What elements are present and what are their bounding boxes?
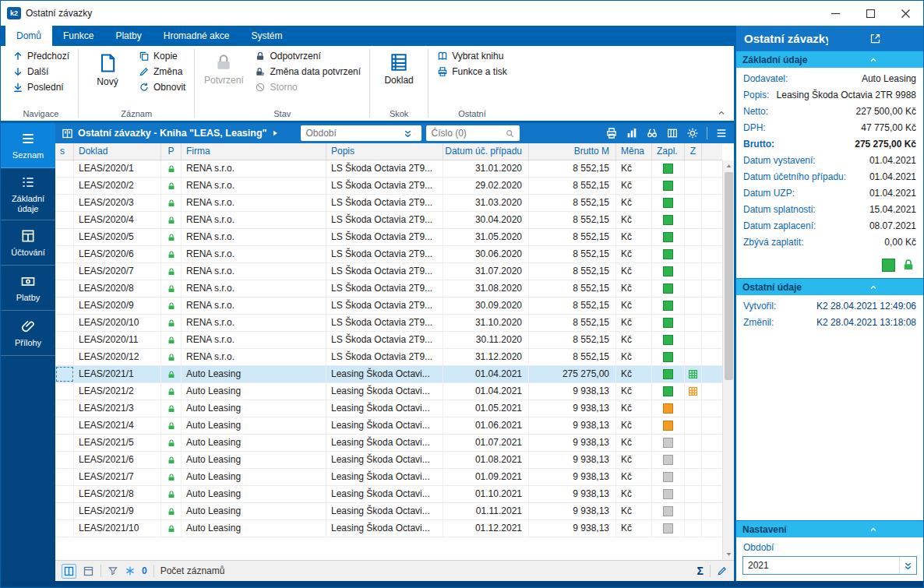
panel-icon[interactable]	[83, 565, 94, 577]
last-button[interactable]: Poslední	[9, 80, 73, 94]
table-row[interactable]: LEAS/2021/5Auto LeasingLeasing Škoda Oct…	[55, 435, 722, 452]
table-row[interactable]: LEAS/2021/1Auto LeasingLeasing Škoda Oct…	[55, 366, 722, 383]
row-selector-cell[interactable]	[55, 280, 74, 297]
snowflake-icon[interactable]	[125, 565, 136, 576]
table-row[interactable]: LEAS/2020/1RENA s.r.o.LS Škoda Octavia 2…	[55, 160, 722, 178]
maximize-button[interactable]	[853, 1, 888, 26]
row-selector-cell[interactable]	[55, 195, 74, 211]
close-button[interactable]	[888, 1, 923, 26]
row-selector-cell[interactable]	[55, 417, 74, 434]
scrollbar-thumb[interactable]	[725, 172, 733, 380]
column-header-3[interactable]: Firma	[182, 143, 326, 160]
section-header-ostatni[interactable]: Ostatní údaje	[736, 278, 923, 295]
row-selector-cell[interactable]	[55, 315, 74, 331]
table-row[interactable]: LEAS/2021/8Auto LeasingLeasing Škoda Oct…	[55, 486, 722, 503]
table-row[interactable]: LEAS/2020/5RENA s.r.o.LS Škoda Octavia 2…	[55, 229, 722, 246]
row-selector-cell[interactable]	[55, 469, 74, 485]
row-selector-cell[interactable]	[55, 486, 74, 502]
refresh-button[interactable]: Obnovit	[135, 80, 189, 94]
table-row[interactable]: LEAS/2020/6RENA s.r.o.LS Škoda Octavia 2…	[55, 246, 722, 263]
expand-icon[interactable]	[833, 33, 917, 44]
row-selector-cell[interactable]	[55, 263, 74, 280]
pencil-icon[interactable]	[717, 565, 728, 576]
ribbon-tab-platby[interactable]: Platby	[104, 26, 152, 46]
table-row[interactable]: LEAS/2020/8RENA s.r.o.LS Škoda Octavia 2…	[55, 280, 722, 298]
column-header-5[interactable]: Datum úč. případu	[443, 143, 529, 160]
column-header-0[interactable]: s	[55, 143, 74, 160]
period-search-input[interactable]	[305, 127, 403, 139]
row-selector-cell[interactable]	[55, 178, 74, 194]
sidebar-item-zakladni-udaje[interactable]: Základní údaje	[1, 168, 55, 220]
table-row[interactable]: LEAS/2021/10Auto LeasingLeasing Škoda Oc…	[55, 520, 722, 537]
unconfirm-button[interactable]: Odpotvrzení	[251, 49, 365, 63]
row-selector-cell[interactable]	[55, 298, 74, 314]
ribbon-tab-hromadné-akce[interactable]: Hromadné akce	[153, 26, 241, 46]
column-header-6[interactable]: Brutto M	[529, 143, 616, 160]
row-selector-cell[interactable]	[55, 383, 74, 400]
edit-button[interactable]: Změna	[135, 65, 189, 79]
number-search-input[interactable]	[431, 127, 505, 139]
scroll-up-icon[interactable]	[723, 160, 734, 172]
binoculars-icon[interactable]	[646, 127, 658, 139]
dropdown-chevrons-icon[interactable]	[899, 557, 916, 574]
sidebar-item-prilohy[interactable]: Přílohy	[1, 311, 55, 356]
select-book-button[interactable]: Vybrat knihu	[433, 49, 511, 63]
change-confirm-date-button[interactable]: Změna data potvrzení	[251, 65, 365, 79]
table-row[interactable]: LEAS/2021/3Auto LeasingLeasing Škoda Oct…	[55, 400, 722, 417]
row-selector-cell[interactable]	[55, 400, 74, 417]
ribbon-tab-funkce[interactable]: Funkce	[52, 26, 104, 46]
table-row[interactable]: LEAS/2020/4RENA s.r.o.LS Škoda Octavia 2…	[55, 212, 722, 229]
storno-button[interactable]: Storno	[251, 80, 365, 94]
chart-icon[interactable]	[626, 127, 638, 139]
table-row[interactable]: LEAS/2020/3RENA s.r.o.LS Škoda Octavia 2…	[55, 195, 722, 212]
functions-print-button[interactable]: Funkce a tisk	[433, 65, 511, 79]
vertical-scrollbar[interactable]	[722, 160, 734, 560]
row-selector-cell[interactable]	[55, 520, 74, 537]
detail-view-toggle-icon[interactable]	[62, 564, 76, 579]
table-row[interactable]: LEAS/2021/7Auto LeasingLeasing Škoda Oct…	[55, 469, 722, 486]
ribbon-tab-domů[interactable]: Domů	[5, 26, 52, 46]
play-icon[interactable]	[271, 129, 279, 137]
column-header-2[interactable]: P	[161, 143, 182, 160]
table-row[interactable]: LEAS/2021/4Auto LeasingLeasing Škoda Oct…	[55, 417, 722, 435]
printer-icon[interactable]	[605, 127, 618, 139]
table-row[interactable]: LEAS/2021/2Auto LeasingLeasing Škoda Oct…	[55, 383, 722, 400]
dropdown-chevrons-icon[interactable]	[403, 129, 413, 139]
column-header-4[interactable]: Popis	[326, 143, 443, 160]
row-selector-cell[interactable]	[55, 160, 74, 177]
column-header-9[interactable]: Z	[685, 143, 702, 160]
row-selector-cell[interactable]	[55, 435, 74, 451]
column-header-1[interactable]: Doklad	[74, 143, 161, 160]
section-header-nastaveni[interactable]: Nastavení	[736, 520, 923, 537]
magnifier-icon[interactable]	[505, 129, 515, 139]
gear-icon[interactable]	[686, 127, 699, 139]
sum-button[interactable]: Σ	[697, 565, 704, 577]
row-selector-cell[interactable]	[55, 452, 74, 468]
column-header-7[interactable]: Měna	[616, 143, 652, 160]
menu-icon[interactable]	[715, 127, 728, 139]
row-selector-cell[interactable]	[55, 332, 74, 348]
table-row[interactable]: LEAS/2020/11RENA s.r.o.LS Škoda Octavia …	[55, 332, 722, 349]
section-header-zakladni[interactable]: Základní údaje	[736, 51, 923, 68]
row-selector-cell[interactable]	[55, 229, 74, 245]
row-selector-cell[interactable]	[55, 246, 74, 262]
sidebar-item-uctovani[interactable]: Účtování	[1, 220, 55, 266]
sidebar-item-seznam[interactable]: Seznam	[1, 123, 55, 168]
row-selector-cell[interactable]	[55, 503, 74, 519]
ribbon-collapse-icon[interactable]	[717, 108, 726, 118]
new-button[interactable]: Nový	[83, 49, 132, 90]
table-row[interactable]: LEAS/2020/2RENA s.r.o.LS Škoda Octavia 2…	[55, 178, 722, 195]
columns-icon[interactable]	[666, 127, 679, 139]
minimize-button[interactable]	[818, 1, 853, 26]
next-button[interactable]: Další	[9, 65, 73, 79]
table-row[interactable]: LEAS/2020/9RENA s.r.o.LS Škoda Octavia 2…	[55, 298, 722, 315]
table-row[interactable]: LEAS/2020/7RENA s.r.o.LS Škoda Octavia 2…	[55, 263, 722, 280]
scroll-down-icon[interactable]	[723, 548, 734, 560]
previous-button[interactable]: Předchozí	[9, 49, 73, 63]
copy-button[interactable]: Kopie	[135, 49, 189, 63]
ribbon-tab-systém[interactable]: Systém	[240, 26, 293, 46]
document-jump-button[interactable]: Doklad	[375, 49, 423, 89]
table-row[interactable]: LEAS/2021/9Auto LeasingLeasing Škoda Oct…	[55, 503, 722, 520]
confirm-button[interactable]: Potvrzení	[199, 49, 248, 89]
row-selector-cell[interactable]	[55, 212, 74, 228]
